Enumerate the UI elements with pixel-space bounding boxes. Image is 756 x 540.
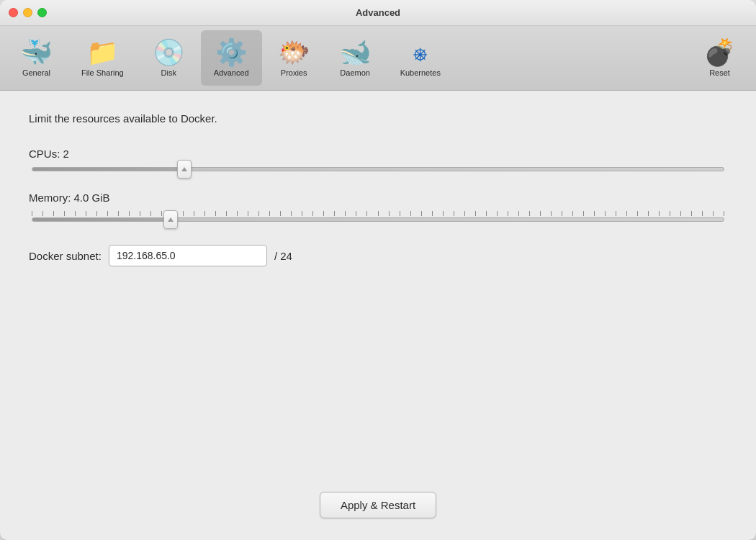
tab-disk[interactable]: Disk	[140, 30, 198, 86]
memory-slider-fill	[32, 218, 171, 221]
titlebar: Advanced	[0, 0, 756, 26]
section-description: Limit the resources available to Docker.	[29, 112, 727, 125]
tab-proxies[interactable]: Proxies	[265, 30, 323, 86]
close-button[interactable]	[9, 8, 18, 17]
memory-tick	[605, 211, 606, 216]
minimize-button[interactable]	[23, 8, 32, 17]
memory-tick	[626, 211, 627, 216]
apply-restart-button[interactable]: Apply & Restart	[320, 492, 436, 518]
memory-tick	[226, 211, 227, 216]
footer: Apply & Restart	[0, 480, 756, 540]
memory-tick	[659, 211, 660, 216]
memory-tick	[389, 211, 390, 216]
toolbar-spacer	[455, 26, 689, 90]
cpu-section: CPUs: 2	[29, 148, 727, 171]
tab-general[interactable]: General	[7, 30, 66, 86]
memory-slider-thumb[interactable]	[163, 210, 178, 229]
daemon-icon	[339, 40, 372, 66]
subnet-row: Docker subnet: / 24	[29, 245, 727, 266]
memory-tick	[497, 211, 498, 216]
memory-slider-track[interactable]	[32, 217, 724, 222]
memory-tick	[280, 211, 281, 216]
disk-icon	[153, 40, 185, 66]
memory-tick	[464, 211, 465, 216]
memory-tick	[432, 211, 433, 216]
tab-disk-label: Disk	[161, 68, 176, 77]
memory-tick	[400, 211, 400, 216]
memory-tick	[129, 211, 130, 216]
memory-tick	[107, 211, 108, 216]
memory-tick	[323, 211, 324, 216]
memory-tick	[421, 211, 422, 216]
tab-kubernetes[interactable]: Kubernetes	[387, 30, 454, 86]
tab-proxies-label: Proxies	[281, 68, 307, 77]
memory-tick	[551, 211, 552, 216]
memory-tick	[378, 211, 379, 216]
memory-tick	[345, 211, 346, 216]
maximize-button[interactable]	[37, 8, 47, 17]
memory-tick	[637, 211, 638, 216]
memory-tick	[75, 211, 76, 216]
memory-tick	[616, 211, 616, 216]
advanced-icon	[215, 40, 248, 66]
memory-tick	[334, 211, 335, 216]
main-content: Limit the resources available to Docker.…	[0, 91, 756, 480]
traffic-lights	[9, 8, 47, 17]
memory-tick	[96, 211, 97, 216]
memory-tick	[454, 211, 454, 216]
memory-tick	[269, 211, 270, 216]
subnet-suffix: / 24	[274, 250, 292, 262]
memory-tick	[529, 211, 530, 216]
tab-advanced[interactable]: Advanced	[201, 30, 262, 86]
memory-tick	[183, 211, 184, 216]
memory-tick	[680, 211, 681, 216]
general-icon	[20, 40, 53, 66]
memory-tick	[410, 211, 411, 216]
memory-slider-container	[29, 211, 727, 222]
tab-daemon-label: Daemon	[340, 68, 370, 77]
reset-icon	[703, 40, 736, 66]
memory-tick	[518, 211, 519, 216]
memory-ticks	[29, 211, 727, 216]
cpu-slider-container	[29, 167, 727, 171]
cpu-slider-track[interactable]	[32, 167, 724, 171]
memory-tick	[713, 211, 714, 216]
memory-tick	[475, 211, 476, 216]
memory-tick	[443, 211, 444, 216]
tab-general-label: General	[22, 68, 50, 77]
memory-tick	[508, 211, 508, 216]
tab-advanced-label: Advanced	[214, 68, 249, 77]
cpu-slider-thumb[interactable]	[177, 160, 192, 179]
memory-section: Memory: 4.0 GiB	[29, 192, 727, 222]
cpu-label: CPUs: 2	[29, 148, 727, 160]
memory-tick	[140, 211, 140, 216]
memory-tick	[118, 211, 119, 216]
memory-tick	[248, 211, 248, 216]
memory-tick	[648, 211, 649, 216]
tab-kubernetes-label: Kubernetes	[400, 68, 441, 77]
proxies-icon	[278, 40, 310, 66]
kubernetes-icon	[413, 40, 427, 66]
memory-tick	[258, 211, 259, 216]
app-window: Advanced General File Sharing Disk Advan…	[0, 0, 756, 540]
tab-daemon[interactable]: Daemon	[326, 30, 384, 86]
subnet-input[interactable]	[109, 245, 267, 266]
memory-tick	[215, 211, 216, 216]
tab-reset[interactable]: Reset	[690, 30, 749, 86]
memory-tick	[302, 211, 302, 216]
cpu-slider-fill	[32, 168, 184, 171]
tab-filesharing-label: File Sharing	[81, 68, 124, 77]
memory-tick	[583, 211, 584, 216]
memory-tick	[594, 211, 595, 216]
window-title: Advanced	[356, 7, 400, 18]
memory-tick	[572, 211, 573, 216]
memory-tick	[562, 211, 562, 216]
memory-tick	[204, 211, 205, 216]
memory-tick	[724, 211, 724, 216]
memory-tick	[53, 211, 54, 216]
tab-filesharing[interactable]: File Sharing	[68, 30, 137, 86]
memory-tick	[356, 211, 356, 216]
tab-reset-label: Reset	[709, 68, 730, 77]
memory-tick	[312, 211, 313, 216]
memory-label: Memory: 4.0 GiB	[29, 192, 727, 204]
